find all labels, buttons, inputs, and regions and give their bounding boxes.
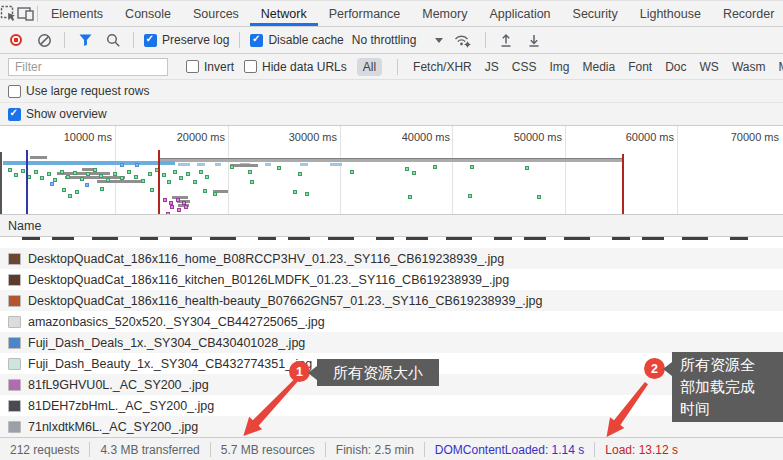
request-list: DesktopQuadCat_186x116_home_B08RCCP3HV_0… (0, 237, 783, 437)
network-summary-bar: 212 requests4.3 MB transferred5.7 MB res… (0, 437, 783, 460)
timeline-left-edge (0, 152, 2, 214)
request-segment (197, 163, 205, 166)
checkbox-checked[interactable] (250, 34, 263, 47)
tab-memory[interactable]: Memory (411, 1, 478, 26)
import-har-icon[interactable] (496, 30, 516, 50)
request-dot (8, 168, 12, 172)
tick-label: 30000 ms (267, 131, 337, 143)
request-filename: DesktopQuadCat_186x116_home_B08RCCP3HV_0… (28, 252, 504, 266)
request-dot (248, 170, 252, 174)
checkbox-unchecked[interactable] (244, 60, 257, 73)
invert-checkbox[interactable]: Invert (186, 60, 234, 74)
request-filename: DesktopQuadCat_186x116_kitchen_B0126LMDF… (28, 273, 509, 287)
table-row[interactable]: amazonbasics_520x520._SY304_CB442725065_… (0, 311, 783, 332)
filter-input[interactable] (8, 58, 168, 76)
record-network-log-icon[interactable] (6, 30, 26, 50)
request-filename: 71nlxdtkM6L._AC_SY200_.jpg (28, 420, 198, 434)
filter-type-fetch-xhr[interactable]: Fetch/XHR (413, 60, 472, 74)
request-dot (113, 172, 117, 176)
checkbox-unchecked[interactable] (8, 85, 21, 98)
table-row[interactable]: Fuji_Dash_Deals_1x._SY304_CB430401028_.j… (0, 332, 783, 353)
tab-network[interactable]: Network (250, 1, 318, 26)
filter-type-js[interactable]: JS (485, 60, 499, 74)
request-dot (21, 169, 25, 173)
tab-console[interactable]: Console (114, 1, 182, 26)
tick-label: 20000 ms (155, 131, 225, 143)
request-dot (305, 192, 309, 196)
network-conditions-icon[interactable] (451, 30, 475, 50)
request-dot (135, 163, 139, 167)
throttling-dropdown[interactable]: No throttling (352, 33, 444, 47)
image-thumbnail-icon (8, 358, 21, 370)
request-dot (205, 175, 209, 179)
image-thumbnail-icon (8, 421, 21, 433)
tab-application[interactable]: Application (478, 1, 561, 26)
tab-lighthouse[interactable]: Lighthouse (629, 1, 712, 26)
grid-line (340, 126, 341, 214)
status-item: Load: 13.12 s (595, 443, 688, 457)
clear-network-log-icon[interactable] (34, 30, 54, 50)
request-dot (134, 175, 138, 179)
tick-label: 40000 ms (380, 131, 450, 143)
table-row[interactable]: 71nlxdtkM6L._AC_SY200_.jpg (0, 416, 783, 437)
status-item: 5.7 MB resources (211, 443, 325, 457)
filter-type-wasm[interactable]: Wasm (732, 60, 766, 74)
table-row[interactable]: 81DEH7zbHmL._AC_SY200_.jpg (0, 395, 783, 416)
inspect-element-icon[interactable] (0, 1, 17, 26)
grid-line (228, 126, 229, 214)
export-har-icon[interactable] (524, 30, 544, 50)
table-row[interactable] (0, 237, 783, 248)
long-request-track (160, 158, 622, 162)
filter-type-font[interactable]: Font (628, 60, 652, 74)
table-row[interactable]: DesktopQuadCat_186x116_kitchen_B0126LMDF… (0, 269, 783, 290)
request-dot (167, 180, 171, 184)
table-row[interactable]: 81fL9GHVU0L._AC_SY200_.jpg (0, 374, 783, 395)
checkbox-checked[interactable] (8, 108, 21, 121)
status-item: DOMContentLoaded: 1.14 s (425, 443, 594, 457)
filter-type-all[interactable]: All (357, 58, 382, 76)
checkbox-unchecked[interactable] (186, 60, 199, 73)
filter-icon[interactable] (75, 30, 95, 50)
request-dot (75, 190, 79, 194)
filter-type-manifest[interactable]: Manifest (778, 60, 783, 74)
use-large-request-rows-checkbox[interactable]: Use large request rows (8, 84, 149, 98)
tab-elements[interactable]: Elements (40, 1, 114, 26)
hide-data-urls-checkbox[interactable]: Hide data URLs (244, 60, 347, 74)
clipped-row-remnant (22, 237, 752, 240)
tab-security[interactable]: Security (562, 1, 629, 26)
request-dot (277, 166, 281, 170)
request-dot (66, 175, 70, 179)
device-toolbar-icon[interactable] (17, 1, 35, 26)
disable-cache-checkbox[interactable]: Disable cache (250, 33, 343, 47)
network-overview-timeline[interactable]: 10000 ms20000 ms30000 ms40000 ms50000 ms… (0, 126, 783, 215)
preserve-log-checkbox[interactable]: Preserve log (144, 33, 229, 47)
checkbox-checked[interactable] (144, 34, 157, 47)
domcontentloaded-marker (26, 150, 28, 214)
request-segment (178, 163, 190, 166)
tab-performance[interactable]: Performance (318, 1, 412, 26)
show-overview-checkbox[interactable]: Show overview (8, 107, 107, 121)
table-row[interactable]: Fuji_Dash_Beauty_1x._SY304_CB432774351_.… (0, 353, 783, 374)
tab-sources[interactable]: Sources (182, 1, 250, 26)
table-row[interactable]: DesktopQuadCat_186x116_health-beauty_B07… (0, 290, 783, 311)
filter-type-ws[interactable]: WS (700, 60, 719, 74)
name-column-header[interactable]: Name (0, 215, 783, 237)
table-row[interactable]: DesktopQuadCat_186x116_home_B08RCCP3HV_0… (0, 248, 783, 269)
image-thumbnail-icon (8, 316, 21, 328)
filter-type-img[interactable]: Img (549, 60, 569, 74)
tab-recorder[interactable]: Recorder (712, 1, 783, 26)
tick-label: 70000 ms (709, 131, 779, 143)
show-overview-label: Show overview (26, 107, 107, 121)
filter-type-doc[interactable]: Doc (665, 60, 686, 74)
request-dot (199, 170, 203, 174)
request-dot (298, 172, 302, 176)
request-filename: 81fL9GHVU0L._AC_SY200_.jpg (28, 378, 209, 392)
invert-label: Invert (204, 60, 234, 74)
end-marker (622, 154, 624, 214)
filter-type-css[interactable]: CSS (512, 60, 537, 74)
throttling-value: No throttling (352, 33, 417, 47)
status-item: Finish: 2.5 min (326, 443, 424, 457)
tick-label: 60000 ms (604, 131, 674, 143)
filter-type-media[interactable]: Media (582, 60, 615, 74)
search-icon[interactable] (103, 30, 123, 50)
